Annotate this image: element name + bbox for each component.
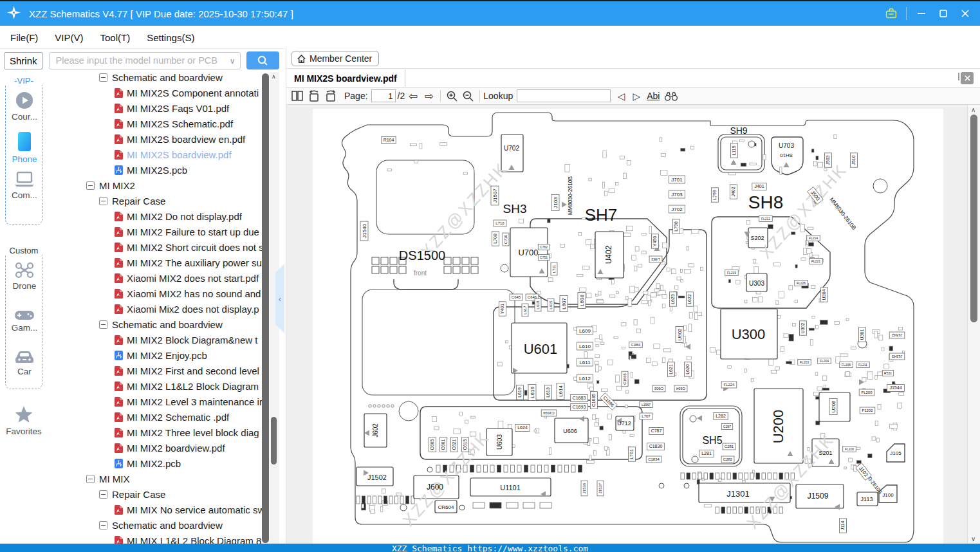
model-search-combobox[interactable]: ∨: [49, 52, 241, 69]
sidebar-item-game[interactable]: Gam...: [6, 309, 43, 333]
close-tab-button[interactable]: [961, 72, 974, 84]
find-prev-icon[interactable]: ◁: [613, 88, 629, 104]
sidebar-item-favorites[interactable]: Favorites: [5, 405, 42, 436]
lookup-input[interactable]: [517, 89, 611, 102]
tree-item[interactable]: MI MIX No service automatic sw: [50, 502, 262, 517]
rotate-left-icon[interactable]: [306, 88, 322, 104]
collapse-box-icon[interactable]: [99, 197, 107, 205]
svg-text:FL203: FL203: [800, 360, 809, 364]
tree-item[interactable]: MI MIX2 The auxiliary power su: [50, 255, 262, 270]
panel-collapse-handle[interactable]: ‹: [275, 264, 284, 333]
tree-item[interactable]: MI MIX2 boardview.pdf: [50, 440, 262, 455]
page-number-input[interactable]: [371, 89, 396, 102]
collapse-box-icon[interactable]: [86, 181, 95, 190]
tree-item[interactable]: MI MIX2.pcb: [50, 455, 262, 471]
zoom-in-icon[interactable]: [444, 88, 460, 104]
rotate-right-icon[interactable]: [322, 88, 339, 104]
scroll-down-icon[interactable]: ∨: [971, 535, 975, 542]
tree-item[interactable]: MI MIX2S Schematic.pdf: [50, 116, 262, 131]
scroll-up-icon[interactable]: ∧: [971, 106, 975, 113]
tree-item[interactable]: MI MIX2 L1&L2 Block Diagram: [50, 378, 262, 394]
two-page-view-icon[interactable]: [289, 88, 306, 104]
tree-item[interactable]: Xiaomi MIX2 does not start.pdf: [50, 270, 262, 286]
pcb-label-c787: C787: [649, 428, 663, 435]
next-page-icon[interactable]: ⇨: [421, 88, 437, 104]
tree-item[interactable]: MI MIX2 Block Diagram&new t: [50, 332, 262, 347]
tree-item[interactable]: MI MIX L1&L2 Block Diagram 8: [50, 533, 262, 544]
tree-group[interactable]: Repair Case: [50, 193, 262, 208]
shrink-button[interactable]: Shrink: [4, 52, 43, 69]
tree-item[interactable]: MI MIX2 Short circuit does not s: [50, 239, 262, 255]
tree-group[interactable]: Schematic and boardview: [50, 317, 262, 332]
find-next-icon[interactable]: ▷: [629, 88, 644, 104]
tree-group[interactable]: Repair Case: [50, 486, 262, 502]
tree-item[interactable]: Xiaomi Mix2 does not display.p: [50, 301, 262, 317]
pcb-file-icon: [115, 459, 124, 468]
tree-group[interactable]: MI MIX: [50, 471, 262, 486]
search-input[interactable]: [55, 55, 223, 66]
maximize-button[interactable]: [932, 5, 954, 23]
tree-item-label: MI MIX2 Three level block diag: [127, 427, 259, 438]
zoom-out-icon[interactable]: [460, 88, 476, 104]
chevron-down-icon[interactable]: ∨: [230, 57, 236, 66]
collapse-box-icon[interactable]: [99, 521, 107, 529]
collapse-box-icon[interactable]: [99, 73, 107, 82]
menu-file[interactable]: File(F): [10, 32, 38, 43]
tree-item[interactable]: MI MIX2 Do not display.pdf: [50, 208, 262, 224]
sidebar-item-label: Gam...: [12, 323, 38, 333]
pcb-boardview[interactable]: XZZ@XZZHKXZZ@XZZHKXZZ@XZZHKXZZ@XZZHKSH3S…: [313, 109, 943, 544]
collapse-box-icon[interactable]: [99, 490, 107, 499]
tree-item[interactable]: MI MIX2 Failure to start up due: [50, 224, 262, 239]
binoculars-search-icon[interactable]: [662, 88, 680, 104]
menu-vip[interactable]: VIP(V): [55, 32, 83, 43]
prev-page-icon[interactable]: ⇦: [405, 88, 421, 104]
pdf-scrollbar[interactable]: ∧ ∨: [967, 105, 980, 544]
tree-item[interactable]: MI MIX2S.pcb: [50, 162, 262, 178]
tree-group[interactable]: Schematic and boardview: [50, 69, 262, 85]
menu-settings[interactable]: Settings(S): [147, 32, 194, 43]
tree-item[interactable]: MI MIX2S boardview en.pdf: [50, 131, 262, 147]
tab-boardview-pdf[interactable]: MI MIX2S boardview.pdf: [286, 69, 405, 87]
vip-briefcase-icon[interactable]: [880, 5, 902, 23]
search-button[interactable]: [246, 51, 279, 69]
pdf-page[interactable]: XZZ@XZZHKXZZ@XZZHKXZZ@XZZHKXZZ@XZZHKSH3S…: [313, 109, 943, 544]
scroll-up-icon[interactable]: ∧: [272, 73, 276, 80]
sidebar-item-phone[interactable]: Phone: [6, 131, 43, 164]
minimize-button[interactable]: [911, 5, 932, 23]
pcb-label-sh7: SH7: [585, 205, 618, 225]
sidebar-item-car[interactable]: Car: [6, 349, 43, 376]
member-center-button[interactable]: Member Center: [291, 51, 379, 66]
menu-tool[interactable]: Tool(T): [100, 32, 131, 43]
pdf-scrollbar-thumb[interactable]: [970, 115, 977, 322]
pdf-file-icon: [115, 443, 124, 453]
tree-scrollbar[interactable]: [262, 73, 269, 543]
tree-group[interactable]: MI MIX2: [50, 178, 262, 193]
collapse-box-icon[interactable]: [86, 475, 95, 483]
match-case-button[interactable]: Abi: [647, 91, 660, 101]
close-button[interactable]: [954, 5, 976, 23]
tree-item[interactable]: MI MIX2 First and second level: [50, 363, 262, 378]
sidebar-item-course[interactable]: Cour...: [6, 91, 43, 122]
tree-item[interactable]: MI MIX2 Three level block diag: [50, 425, 262, 440]
tree-scrollbar-thumb[interactable]: [271, 417, 277, 465]
tree-item[interactable]: MI MIX2 Schematic .pdf: [50, 409, 262, 425]
pcb-component: [773, 262, 780, 266]
pcb-component: [812, 317, 815, 318]
tree-item[interactable]: MI MIX2S Faqs V01.pdf: [50, 100, 262, 116]
sidebar-item-drone[interactable]: Drone: [6, 261, 43, 291]
tree-item[interactable]: MI MIX2S boardview.pdf: [50, 147, 262, 162]
tree-item[interactable]: MI MIX2S Component annotati: [50, 85, 262, 100]
tree-group[interactable]: Schematic and boardview: [50, 517, 262, 533]
collapse-box-icon[interactable]: [99, 320, 107, 329]
tree-item[interactable]: Xiaomi MIX2 has no sound and: [50, 286, 262, 301]
sidebar-item-computer[interactable]: Com...: [6, 170, 43, 200]
pdf-viewer[interactable]: XZZ@XZZHKXZZ@XZZHKXZZ@XZZHKXZZ@XZZHKSH3S…: [286, 105, 967, 544]
pcb-pad-row: [531, 465, 535, 472]
pcb-pad-row: [524, 465, 528, 472]
svg-text:J703: J703: [671, 192, 683, 198]
tree-item[interactable]: MI MIX2 Level 3 maintenance ir: [50, 394, 262, 409]
tree-item[interactable]: MI MIX2 Enjoy.pcb: [50, 347, 262, 363]
pcb-label-y401: Y401: [499, 302, 506, 316]
pcb-component: [647, 358, 651, 363]
tree-item-label: MI MIX2 The auxiliary power su: [127, 257, 262, 268]
